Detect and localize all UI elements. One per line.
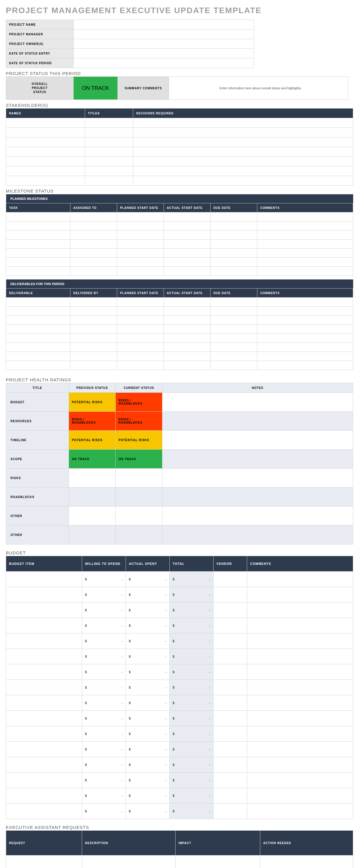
milestone-cell[interactable] xyxy=(211,240,257,249)
budget-vendor-cell[interactable] xyxy=(214,757,247,773)
milestone-cell[interactable] xyxy=(71,258,117,267)
milestone-cell[interactable] xyxy=(211,230,257,240)
deliverable-cell[interactable] xyxy=(211,361,257,370)
deliverable-cell[interactable] xyxy=(6,343,71,352)
deliverable-cell[interactable] xyxy=(164,334,211,343)
deliverable-cell[interactable] xyxy=(117,334,164,343)
stakeholder-cell[interactable] xyxy=(6,157,85,166)
health-notes-cell[interactable] xyxy=(162,431,353,450)
info-value[interactable] xyxy=(74,49,254,58)
budget-willing-cell[interactable] xyxy=(82,757,126,773)
budget-willing-cell[interactable] xyxy=(82,726,126,742)
milestone-cell[interactable] xyxy=(164,230,211,240)
budget-willing-cell[interactable] xyxy=(82,788,126,804)
budget-actual-cell[interactable] xyxy=(126,804,170,819)
budget-willing-cell[interactable] xyxy=(82,602,126,618)
request-cell[interactable] xyxy=(175,856,260,868)
budget-vendor-cell[interactable] xyxy=(214,695,247,711)
deliverable-cell[interactable] xyxy=(257,325,353,334)
budget-actual-cell[interactable] xyxy=(126,726,170,742)
health-notes-cell[interactable] xyxy=(162,412,353,431)
stakeholder-cell[interactable] xyxy=(6,166,85,176)
milestone-cell[interactable] xyxy=(211,249,257,258)
deliverable-cell[interactable] xyxy=(211,298,257,307)
budget-actual-cell[interactable] xyxy=(126,757,170,773)
milestone-cell[interactable] xyxy=(117,249,164,258)
health-status-cell[interactable] xyxy=(69,525,116,545)
budget-willing-cell[interactable] xyxy=(82,618,126,633)
milestone-cell[interactable] xyxy=(257,221,353,230)
deliverable-cell[interactable] xyxy=(257,298,353,307)
budget-item-cell[interactable] xyxy=(6,618,82,633)
budget-willing-cell[interactable] xyxy=(82,773,126,788)
budget-willing-cell[interactable] xyxy=(82,587,126,602)
health-notes-cell[interactable] xyxy=(162,506,353,525)
deliverable-cell[interactable] xyxy=(211,325,257,334)
budget-item-cell[interactable] xyxy=(6,695,82,711)
budget-comments-cell[interactable] xyxy=(247,618,353,633)
budget-actual-cell[interactable] xyxy=(126,649,170,664)
budget-comments-cell[interactable] xyxy=(247,695,353,711)
budget-item-cell[interactable] xyxy=(6,788,82,804)
health-status-cell[interactable] xyxy=(116,506,162,525)
budget-willing-cell[interactable] xyxy=(82,804,126,819)
deliverable-cell[interactable] xyxy=(71,334,117,343)
deliverable-cell[interactable] xyxy=(71,325,117,334)
health-status-cell[interactable]: ON TRACK xyxy=(116,450,162,469)
info-value[interactable] xyxy=(74,29,254,39)
budget-willing-cell[interactable] xyxy=(82,711,126,726)
budget-actual-cell[interactable] xyxy=(126,602,170,618)
deliverable-cell[interactable] xyxy=(117,307,164,316)
stakeholder-cell[interactable] xyxy=(85,166,133,176)
budget-actual-cell[interactable] xyxy=(126,618,170,633)
deliverable-cell[interactable] xyxy=(211,334,257,343)
milestone-cell[interactable] xyxy=(117,240,164,249)
health-status-cell[interactable]: POTENTIAL RISKS xyxy=(116,431,162,450)
stakeholder-cell[interactable] xyxy=(85,157,133,166)
milestone-cell[interactable] xyxy=(6,221,71,230)
deliverable-cell[interactable] xyxy=(71,307,117,316)
milestone-cell[interactable] xyxy=(257,230,353,240)
deliverable-cell[interactable] xyxy=(211,352,257,361)
health-status-cell[interactable] xyxy=(69,506,116,525)
deliverable-cell[interactable] xyxy=(6,316,71,325)
budget-comments-cell[interactable] xyxy=(247,804,353,819)
deliverable-cell[interactable] xyxy=(117,325,164,334)
health-notes-cell[interactable] xyxy=(162,469,353,488)
deliverable-cell[interactable] xyxy=(6,298,71,307)
info-value[interactable] xyxy=(74,58,254,68)
deliverable-cell[interactable] xyxy=(117,343,164,352)
budget-actual-cell[interactable] xyxy=(126,788,170,804)
stakeholder-cell[interactable] xyxy=(85,137,133,147)
stakeholder-cell[interactable] xyxy=(85,147,133,157)
milestone-cell[interactable] xyxy=(117,230,164,240)
deliverable-cell[interactable] xyxy=(257,352,353,361)
budget-item-cell[interactable] xyxy=(6,726,82,742)
stakeholder-cell[interactable] xyxy=(6,147,85,157)
stakeholder-cell[interactable] xyxy=(133,137,353,147)
budget-comments-cell[interactable] xyxy=(247,587,353,602)
milestone-cell[interactable] xyxy=(164,267,211,276)
stakeholder-cell[interactable] xyxy=(133,128,353,137)
health-status-cell[interactable]: ON TRACK xyxy=(69,450,116,469)
milestone-cell[interactable] xyxy=(71,212,117,221)
health-status-cell[interactable] xyxy=(116,469,162,488)
deliverable-cell[interactable] xyxy=(164,298,211,307)
budget-actual-cell[interactable] xyxy=(126,664,170,680)
health-status-cell[interactable] xyxy=(116,488,162,506)
health-status-cell[interactable] xyxy=(116,525,162,545)
budget-vendor-cell[interactable] xyxy=(214,680,247,695)
budget-comments-cell[interactable] xyxy=(247,742,353,757)
budget-comments-cell[interactable] xyxy=(247,726,353,742)
request-cell[interactable] xyxy=(6,856,82,868)
milestone-cell[interactable] xyxy=(71,230,117,240)
milestone-cell[interactable] xyxy=(117,212,164,221)
budget-comments-cell[interactable] xyxy=(247,680,353,695)
milestone-cell[interactable] xyxy=(257,249,353,258)
health-notes-cell[interactable] xyxy=(162,488,353,506)
overall-status-value[interactable]: ON TRACK xyxy=(74,77,118,99)
milestone-cell[interactable] xyxy=(71,267,117,276)
budget-actual-cell[interactable] xyxy=(126,711,170,726)
deliverable-cell[interactable] xyxy=(6,352,71,361)
deliverable-cell[interactable] xyxy=(164,343,211,352)
